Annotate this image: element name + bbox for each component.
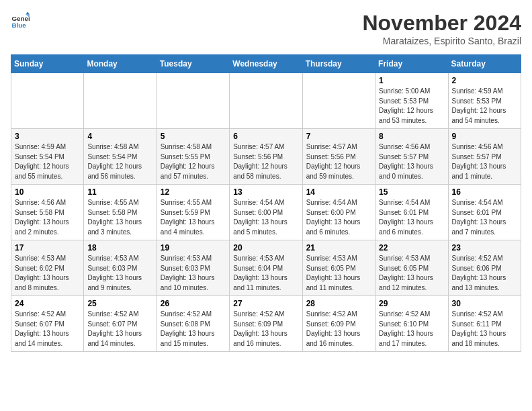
day-info: Sunrise: 4:55 AMSunset: 5:59 PMDaylight:…	[161, 198, 226, 237]
table-row: 11Sunrise: 4:55 AMSunset: 5:58 PMDayligh…	[84, 185, 157, 240]
day-number: 19	[161, 243, 226, 253]
day-info: Sunrise: 4:54 AMSunset: 6:00 PMDaylight:…	[306, 198, 371, 237]
table-row: 1Sunrise: 5:00 AMSunset: 5:53 PMDaylight…	[375, 73, 448, 129]
day-number: 22	[379, 243, 444, 253]
table-row: 8Sunrise: 4:56 AMSunset: 5:57 PMDaylight…	[375, 129, 448, 185]
day-info: Sunrise: 4:57 AMSunset: 5:56 PMDaylight:…	[306, 142, 371, 181]
table-row: 18Sunrise: 4:53 AMSunset: 6:03 PMDayligh…	[84, 240, 157, 296]
logo: General Blue	[11, 11, 30, 30]
day-info: Sunrise: 4:58 AMSunset: 5:55 PMDaylight:…	[161, 142, 226, 181]
calendar-week-row: 10Sunrise: 4:56 AMSunset: 5:58 PMDayligh…	[11, 185, 521, 240]
table-row: 21Sunrise: 4:53 AMSunset: 6:05 PMDayligh…	[302, 240, 375, 296]
table-row	[84, 73, 157, 129]
svg-marker-2	[26, 11, 30, 14]
day-info: Sunrise: 4:52 AMSunset: 6:11 PMDaylight:…	[452, 310, 517, 349]
day-number: 14	[306, 187, 371, 197]
table-row: 7Sunrise: 4:57 AMSunset: 5:56 PMDaylight…	[302, 129, 375, 185]
day-number: 23	[452, 243, 517, 253]
table-row: 28Sunrise: 4:52 AMSunset: 6:09 PMDayligh…	[302, 296, 375, 352]
table-row: 12Sunrise: 4:55 AMSunset: 5:59 PMDayligh…	[157, 185, 229, 240]
table-row: 13Sunrise: 4:54 AMSunset: 6:00 PMDayligh…	[230, 185, 302, 240]
day-info: Sunrise: 4:53 AMSunset: 6:05 PMDaylight:…	[379, 254, 444, 293]
day-info: Sunrise: 4:53 AMSunset: 6:04 PMDaylight:…	[233, 254, 298, 293]
day-number: 7	[306, 132, 371, 141]
table-row	[11, 73, 84, 129]
calendar-week-row: 17Sunrise: 4:53 AMSunset: 6:02 PMDayligh…	[11, 240, 521, 296]
table-row: 5Sunrise: 4:58 AMSunset: 5:55 PMDaylight…	[157, 129, 229, 185]
day-info: Sunrise: 4:53 AMSunset: 6:05 PMDaylight:…	[306, 254, 371, 293]
table-row	[230, 73, 302, 129]
day-number: 11	[87, 187, 152, 197]
day-info: Sunrise: 5:00 AMSunset: 5:53 PMDaylight:…	[379, 87, 444, 126]
day-number: 3	[15, 132, 80, 141]
day-number: 21	[306, 243, 371, 253]
day-number: 30	[452, 299, 517, 308]
table-row: 2Sunrise: 4:59 AMSunset: 5:53 PMDaylight…	[448, 73, 521, 129]
table-row: 19Sunrise: 4:53 AMSunset: 6:03 PMDayligh…	[157, 240, 229, 296]
table-row: 4Sunrise: 4:58 AMSunset: 5:54 PMDaylight…	[84, 129, 157, 185]
day-info: Sunrise: 4:52 AMSunset: 6:07 PMDaylight:…	[15, 310, 80, 349]
day-number: 15	[379, 187, 444, 197]
day-info: Sunrise: 4:58 AMSunset: 5:54 PMDaylight:…	[87, 142, 152, 181]
day-number: 10	[15, 187, 80, 197]
day-number: 25	[87, 299, 152, 308]
table-row: 30Sunrise: 4:52 AMSunset: 6:11 PMDayligh…	[448, 296, 521, 352]
day-info: Sunrise: 4:53 AMSunset: 6:02 PMDaylight:…	[15, 254, 80, 293]
day-number: 4	[87, 132, 152, 141]
day-info: Sunrise: 4:57 AMSunset: 5:56 PMDaylight:…	[233, 142, 298, 181]
day-number: 24	[15, 299, 80, 308]
day-info: Sunrise: 4:56 AMSunset: 5:57 PMDaylight:…	[379, 142, 444, 181]
page-header: General Blue November 2024 Marataizes, E…	[11, 11, 521, 46]
col-friday: Friday	[375, 55, 448, 73]
day-info: Sunrise: 4:56 AMSunset: 5:57 PMDaylight:…	[452, 142, 517, 181]
day-number: 28	[306, 299, 371, 308]
day-number: 8	[379, 132, 444, 141]
col-wednesday: Wednesday	[230, 55, 302, 73]
day-number: 16	[452, 187, 517, 197]
day-info: Sunrise: 4:54 AMSunset: 6:01 PMDaylight:…	[379, 198, 444, 237]
logo-icon: General Blue	[11, 11, 30, 30]
day-number: 18	[87, 243, 152, 253]
day-info: Sunrise: 4:55 AMSunset: 5:58 PMDaylight:…	[87, 198, 152, 237]
table-row	[157, 73, 229, 129]
day-info: Sunrise: 4:54 AMSunset: 6:00 PMDaylight:…	[233, 198, 298, 237]
day-number: 6	[233, 132, 298, 141]
calendar-header-row: Sunday Monday Tuesday Wednesday Thursday…	[11, 55, 521, 73]
day-number: 1	[379, 76, 444, 85]
table-row: 22Sunrise: 4:53 AMSunset: 6:05 PMDayligh…	[375, 240, 448, 296]
table-row: 14Sunrise: 4:54 AMSunset: 6:00 PMDayligh…	[302, 185, 375, 240]
calendar-week-row: 3Sunrise: 4:59 AMSunset: 5:54 PMDaylight…	[11, 129, 521, 185]
table-row: 16Sunrise: 4:54 AMSunset: 6:01 PMDayligh…	[448, 185, 521, 240]
table-row: 10Sunrise: 4:56 AMSunset: 5:58 PMDayligh…	[11, 185, 84, 240]
table-row: 17Sunrise: 4:53 AMSunset: 6:02 PMDayligh…	[11, 240, 84, 296]
col-monday: Monday	[84, 55, 157, 73]
day-info: Sunrise: 4:56 AMSunset: 5:58 PMDaylight:…	[15, 198, 80, 237]
table-row: 9Sunrise: 4:56 AMSunset: 5:57 PMDaylight…	[448, 129, 521, 185]
col-tuesday: Tuesday	[157, 55, 229, 73]
table-row: 29Sunrise: 4:52 AMSunset: 6:10 PMDayligh…	[375, 296, 448, 352]
day-info: Sunrise: 4:59 AMSunset: 5:53 PMDaylight:…	[452, 87, 517, 126]
day-number: 13	[233, 187, 298, 197]
day-number: 5	[161, 132, 226, 141]
day-info: Sunrise: 4:52 AMSunset: 6:08 PMDaylight:…	[161, 310, 226, 349]
table-row: 6Sunrise: 4:57 AMSunset: 5:56 PMDaylight…	[230, 129, 302, 185]
day-number: 12	[161, 187, 226, 197]
day-number: 26	[161, 299, 226, 308]
table-row: 15Sunrise: 4:54 AMSunset: 6:01 PMDayligh…	[375, 185, 448, 240]
day-number: 29	[379, 299, 444, 308]
location-subtitle: Marataizes, Espirito Santo, Brazil	[362, 36, 521, 46]
table-row: 25Sunrise: 4:52 AMSunset: 6:07 PMDayligh…	[84, 296, 157, 352]
title-area: November 2024 Marataizes, Espirito Santo…	[362, 11, 521, 46]
day-number: 27	[233, 299, 298, 308]
day-info: Sunrise: 4:53 AMSunset: 6:03 PMDaylight:…	[87, 254, 152, 293]
col-sunday: Sunday	[11, 55, 84, 73]
col-saturday: Saturday	[448, 55, 521, 73]
day-number: 2	[452, 76, 517, 85]
table-row: 3Sunrise: 4:59 AMSunset: 5:54 PMDaylight…	[11, 129, 84, 185]
day-info: Sunrise: 4:54 AMSunset: 6:01 PMDaylight:…	[452, 198, 517, 237]
day-number: 20	[233, 243, 298, 253]
day-number: 9	[452, 132, 517, 141]
day-info: Sunrise: 4:52 AMSunset: 6:07 PMDaylight:…	[87, 310, 152, 349]
svg-text:Blue: Blue	[11, 21, 26, 29]
day-info: Sunrise: 4:52 AMSunset: 6:09 PMDaylight:…	[306, 310, 371, 349]
